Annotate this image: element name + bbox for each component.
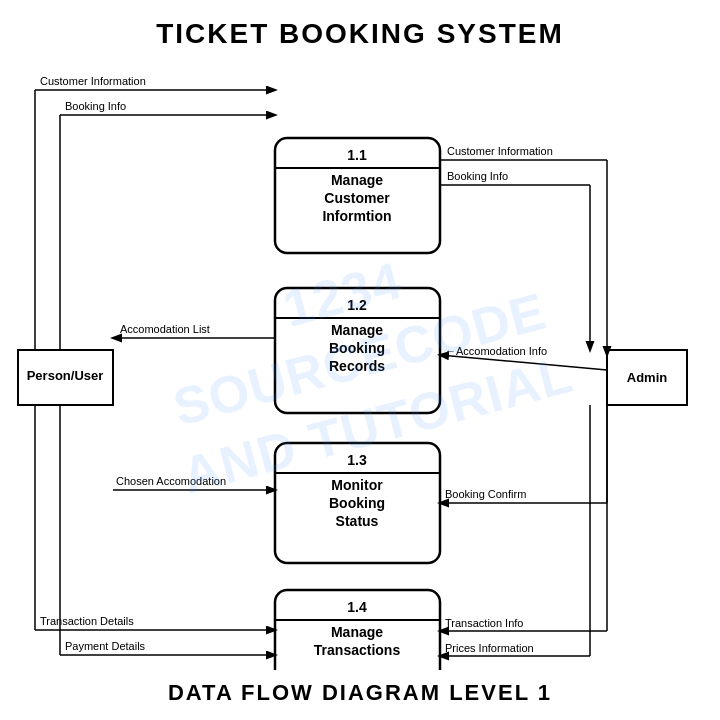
- label-booking-confirm: Booking Confirm: [445, 488, 526, 500]
- label-cust-info-right: Customer Information: [447, 145, 553, 157]
- box-1-2-label: Manage: [331, 322, 383, 338]
- box-1-2-label2: Booking: [329, 340, 385, 356]
- label-transaction-info: Transaction Info: [445, 617, 523, 629]
- box-1-1-label2: Customer: [324, 190, 390, 206]
- page-title: TICKET BOOKING SYSTEM: [0, 0, 720, 58]
- admin-label: Admin: [627, 370, 668, 385]
- label-prices-info: Prices Information: [445, 642, 534, 654]
- label-accom-list: Accomodation List: [120, 323, 210, 335]
- label-accom-info: ←Accomodation Info: [445, 345, 547, 357]
- box-1-2-label3: Records: [329, 358, 385, 374]
- box-1-4-num: 1.4: [347, 599, 367, 615]
- box-1-4-label: Manage: [331, 624, 383, 640]
- box-1-3-label: Monitor: [331, 477, 383, 493]
- label-cust-info-left: Customer Information: [40, 75, 146, 87]
- box-1-2-num: 1.2: [347, 297, 367, 313]
- label-booking-info-left: Booking Info: [65, 100, 126, 112]
- box-1-1-label: Manage: [331, 172, 383, 188]
- label-booking-info-right: Booking Info: [447, 170, 508, 182]
- svg-line-14: [440, 355, 607, 370]
- label-chosen-accom: Chosen Accomodation: [116, 475, 226, 487]
- label-transaction-details: Transaction Details: [40, 615, 134, 627]
- box-1-4-label2: Transactions: [314, 642, 401, 658]
- label-payment-details: Payment Details: [65, 640, 146, 652]
- box-1-3-label3: Status: [336, 513, 379, 529]
- box-1-3-label2: Booking: [329, 495, 385, 511]
- page-subtitle: DATA FLOW DIAGRAM LEVEL 1: [0, 680, 720, 706]
- box-1-1-num: 1.1: [347, 147, 367, 163]
- person-user-label: Person/User: [27, 368, 104, 383]
- box-1-3-num: 1.3: [347, 452, 367, 468]
- box-1-1-label3: Informtion: [322, 208, 391, 224]
